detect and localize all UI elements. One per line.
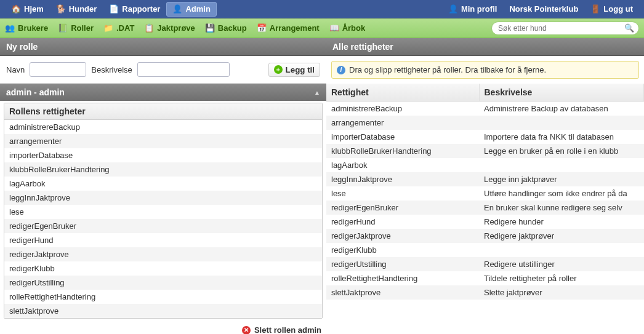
nav-profil[interactable]: 👤Min profil — [442, 2, 504, 17]
cell-rettighet: redigerUtstilling — [326, 257, 479, 271]
cell-rettighet: administrereBackup — [326, 101, 479, 116]
cell-rettighet: redigerEgenBruker — [326, 201, 479, 215]
cell-rettighet: redigerHund — [326, 215, 479, 229]
role-right-item[interactable]: rolleRettighetHandtering — [4, 290, 322, 304]
role-right-item[interactable]: arrangementer — [4, 134, 322, 148]
top-nav: 🏠Hjem 🐕Hunder 📄Rapporter 👤Admin 👤Min pro… — [0, 0, 644, 18]
cell-beskrivelse: Importere data fra NKK til databasen — [479, 130, 644, 144]
search-wrap: 🔍 — [491, 22, 639, 35]
nav-label: Norsk Pointerklub — [509, 4, 578, 14]
role-section-header[interactable]: admin - admin ▲ — [0, 84, 326, 101]
table-row[interactable]: slettJaktproveSlette jaktprøver — [326, 285, 644, 300]
subnav-arbok[interactable]: 📖Årbok — [329, 23, 366, 33]
table-row[interactable]: administrereBackupAdministrere Backup av… — [326, 101, 644, 116]
main-columns: Ny rolle Navn Beskrivelse +Legg til admi… — [0, 38, 644, 334]
report-icon: 📄 — [109, 4, 119, 14]
table-row[interactable]: redigerEgenBrukerEn bruker skal kunne re… — [326, 201, 644, 215]
panel-title-alle-rettigheter: Alle rettigheter — [326, 38, 644, 56]
table-row[interactable]: leggInnJaktproveLegge inn jaktprøver — [326, 172, 644, 186]
table-row[interactable]: importerDatabaseImportere data fra NKK t… — [326, 130, 644, 144]
rights-list: administrereBackuparrangementerimporterD… — [4, 120, 322, 318]
delete-role-action[interactable]: ✕ Slett rollen admin — [0, 320, 326, 334]
cell-beskrivelse: Redigere jaktprøver — [479, 229, 644, 243]
nav-klub[interactable]: Norsk Pointerklub — [503, 2, 584, 16]
search-icon[interactable]: 🔍 — [624, 23, 634, 33]
cell-rettighet: slettJaktprove — [326, 285, 479, 300]
role-right-item[interactable]: slettJaktprove — [4, 304, 322, 318]
table-row[interactable]: redigerKlubb — [326, 243, 644, 257]
role-right-item[interactable]: redigerHund — [4, 233, 322, 247]
desc-field[interactable] — [137, 62, 230, 77]
cell-beskrivelse: Legge en bruker på en rolle i en klubb — [479, 144, 644, 158]
table-row[interactable]: rolleRettighetHandteringTildele rettighe… — [326, 271, 644, 285]
table-row[interactable]: leseUtføre handlinger som ikke endrer på… — [326, 186, 644, 201]
cell-rettighet: redigerJaktprove — [326, 229, 479, 243]
nav-hjem[interactable]: 🏠Hjem — [5, 2, 50, 17]
admin-icon: 👤 — [172, 4, 182, 14]
col-rettighet[interactable]: Rettighet — [326, 84, 479, 101]
table-row[interactable]: lagAarbok — [326, 158, 644, 172]
table-row[interactable]: redigerHundRedigere hunder — [326, 215, 644, 229]
table-row[interactable]: arrangementer — [326, 116, 644, 130]
subnav-label: .DAT — [116, 23, 134, 33]
subnav-brukere[interactable]: 👥Brukere — [5, 23, 48, 33]
role-right-item[interactable]: lagAarbok — [4, 177, 322, 191]
rights-box: Rollens rettigheter administrereBackupar… — [4, 103, 323, 319]
desc-label: Beskrivelse — [91, 65, 132, 74]
subnav-dat[interactable]: 📁.DAT — [103, 23, 134, 33]
role-right-item[interactable]: redigerEgenBruker — [4, 219, 322, 233]
nav-hunder[interactable]: 🐕Hunder — [50, 2, 103, 17]
subnav-label: Roller — [71, 23, 94, 33]
role-right-item[interactable]: leggInnJaktprove — [4, 191, 322, 205]
add-button[interactable]: +Legg til — [268, 63, 320, 77]
left-column: Ny rolle Navn Beskrivelse +Legg til admi… — [0, 38, 326, 334]
roles-icon: 📗 — [58, 23, 68, 33]
cell-beskrivelse: Administrere Backup av databasen — [479, 101, 644, 116]
subnav-label: Backup — [218, 23, 247, 33]
subnav-backup[interactable]: 💾Backup — [205, 23, 247, 33]
role-right-item[interactable]: klubbRolleBrukerHandtering — [4, 162, 322, 177]
delete-icon: ✕ — [242, 326, 251, 335]
table-row[interactable]: klubbRolleBrukerHandteringLegge en bruke… — [326, 144, 644, 158]
role-right-item[interactable]: administrereBackup — [4, 120, 322, 134]
info-text: Dra og slipp rettigheter på roller. Dra … — [349, 65, 546, 74]
subnav-label: Årbok — [342, 23, 366, 33]
nav-label: Hunder — [69, 4, 97, 14]
rights-table: Rettighet Beskrivelse administrereBackup… — [326, 84, 644, 300]
table-row[interactable]: redigerJaktproveRedigere jaktprøver — [326, 229, 644, 243]
subnav-label: Jaktprøve — [157, 23, 195, 33]
subnav-arrangement[interactable]: 📅Arrangement — [257, 23, 320, 33]
users-icon: 👥 — [5, 23, 15, 33]
name-field[interactable] — [30, 62, 86, 77]
table-row[interactable]: redigerUtstillingRedigere utstillinger — [326, 257, 644, 271]
cell-beskrivelse: Redigere utstillinger — [479, 257, 644, 271]
profile-icon: 👤 — [448, 4, 458, 14]
subnav-jaktprove[interactable]: 📋Jaktprøve — [144, 23, 195, 33]
search-input[interactable] — [491, 22, 639, 35]
role-right-item[interactable]: redigerJaktprove — [4, 247, 322, 261]
top-nav-right: 👤Min profil Norsk Pointerklub 🚪Logg ut — [442, 2, 639, 17]
subnav-roller[interactable]: 📗Roller — [58, 23, 94, 33]
col-beskrivelse[interactable]: Beskrivelse — [479, 84, 644, 101]
role-right-item[interactable]: redigerUtstilling — [4, 276, 322, 290]
panel-title-ny-rolle: Ny rolle — [0, 38, 326, 56]
plus-icon: + — [274, 65, 283, 74]
right-column: Alle rettigheter i Dra og slipp rettighe… — [326, 38, 644, 334]
role-right-item[interactable]: importerDatabase — [4, 148, 322, 162]
home-icon: 🏠 — [11, 4, 21, 14]
cell-rettighet: klubbRolleBrukerHandtering — [326, 144, 479, 158]
nav-admin[interactable]: 👤Admin — [166, 2, 216, 17]
new-role-form: Navn Beskrivelse +Legg til — [0, 56, 326, 84]
cell-rettighet: importerDatabase — [326, 130, 479, 144]
nav-label: Hjem — [24, 4, 44, 14]
cell-rettighet: redigerKlubb — [326, 243, 479, 257]
backup-icon: 💾 — [205, 23, 215, 33]
info-icon: i — [337, 66, 345, 74]
role-right-item[interactable]: lese — [4, 205, 322, 219]
nav-loggut[interactable]: 🚪Logg ut — [584, 2, 639, 17]
top-nav-left: 🏠Hjem 🐕Hunder 📄Rapporter 👤Admin — [5, 2, 217, 17]
cell-rettighet: arrangementer — [326, 116, 479, 130]
nav-rapporter[interactable]: 📄Rapporter — [103, 2, 166, 17]
role-right-item[interactable]: redigerKlubb — [4, 261, 322, 276]
dat-icon: 📁 — [103, 23, 113, 33]
